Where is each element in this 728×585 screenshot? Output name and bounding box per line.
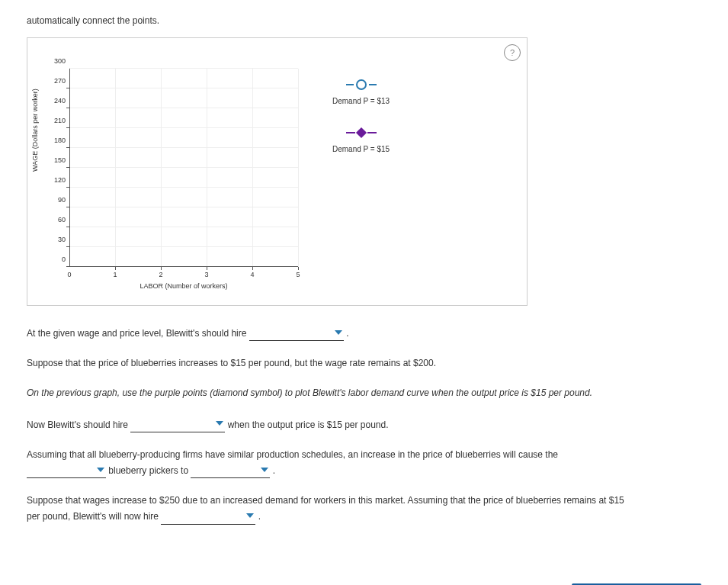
- help-icon[interactable]: ?: [504, 44, 521, 61]
- y-tick-label: 150: [47, 156, 66, 164]
- y-tick-label: 240: [47, 97, 66, 104]
- y-tick-label: 30: [47, 236, 66, 243]
- x-tick-label: 0: [67, 271, 71, 278]
- plot-area[interactable]: 0 30 60 90 120 150 180 210 240 270 300 0…: [69, 69, 298, 267]
- chevron-down-icon: [261, 468, 268, 472]
- chevron-down-icon: [246, 513, 254, 518]
- x-tick-label: 5: [296, 271, 300, 278]
- x-tick-label: 1: [113, 271, 117, 278]
- y-tick-label: 60: [47, 216, 66, 223]
- legend: Demand P = $13 Demand P = $15: [332, 80, 390, 176]
- dropdown-effect[interactable]: [191, 462, 270, 478]
- y-tick-label: 270: [47, 77, 66, 85]
- question-2: Suppose that the price of blueberries in…: [27, 356, 701, 371]
- legend-item-demand-13[interactable]: Demand P = $13: [332, 80, 390, 105]
- y-tick-label: 300: [47, 57, 66, 65]
- question-5: Assuming that all blueberry-producing fi…: [27, 448, 701, 478]
- x-tick-label: 4: [250, 271, 254, 278]
- question-4: Now Blewitt's should hire when the outpu…: [27, 416, 701, 432]
- dropdown-hire-3[interactable]: [161, 508, 255, 524]
- dropdown-hire-1[interactable]: [249, 325, 344, 341]
- y-tick-label: 0: [47, 256, 66, 263]
- y-tick-label: 210: [47, 117, 66, 124]
- diamond-icon: [346, 128, 377, 137]
- dropdown-hire-2[interactable]: [130, 416, 225, 432]
- dropdown-direction[interactable]: [27, 462, 106, 478]
- graph-panel[interactable]: ? 0: [27, 37, 528, 306]
- circle-icon: [346, 80, 377, 89]
- chevron-down-icon: [216, 421, 223, 426]
- x-tick-label: 2: [159, 271, 162, 278]
- y-tick-label: 180: [47, 137, 66, 144]
- chevron-down-icon: [97, 468, 104, 472]
- question-6: Suppose that wages increase to $250 due …: [27, 493, 701, 524]
- y-axis: [69, 69, 70, 267]
- y-axis-title: WAGE (Dollars per worker): [31, 88, 39, 172]
- legend-item-demand-15[interactable]: Demand P = $15: [332, 128, 390, 153]
- y-tick-label: 120: [47, 176, 66, 184]
- legend-label: Demand P = $15: [332, 145, 390, 153]
- y-tick-label: 90: [47, 196, 66, 204]
- x-axis: [69, 266, 298, 267]
- question-1: At the given wage and price level, Blewi…: [27, 325, 701, 341]
- intro-text: automatically connect the points.: [27, 15, 701, 26]
- chevron-down-icon: [335, 330, 342, 335]
- x-axis-title: LABOR (Number of workers): [140, 282, 227, 290]
- legend-label: Demand P = $13: [332, 97, 390, 105]
- x-tick-label: 3: [204, 271, 208, 278]
- question-3: On the previous graph, use the purple po…: [27, 386, 701, 400]
